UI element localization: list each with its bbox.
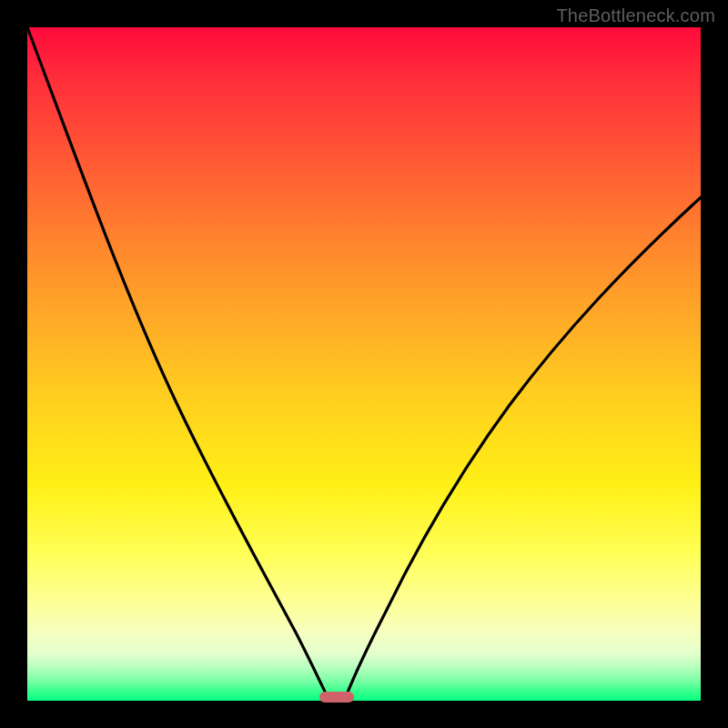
left-curve — [27, 27, 328, 697]
right-curve — [346, 197, 701, 697]
chart-frame: TheBottleneck.com — [0, 0, 728, 728]
minimum-marker — [319, 692, 354, 703]
watermark-text: TheBottleneck.com — [556, 5, 715, 26]
curve-layer — [27, 27, 701, 701]
